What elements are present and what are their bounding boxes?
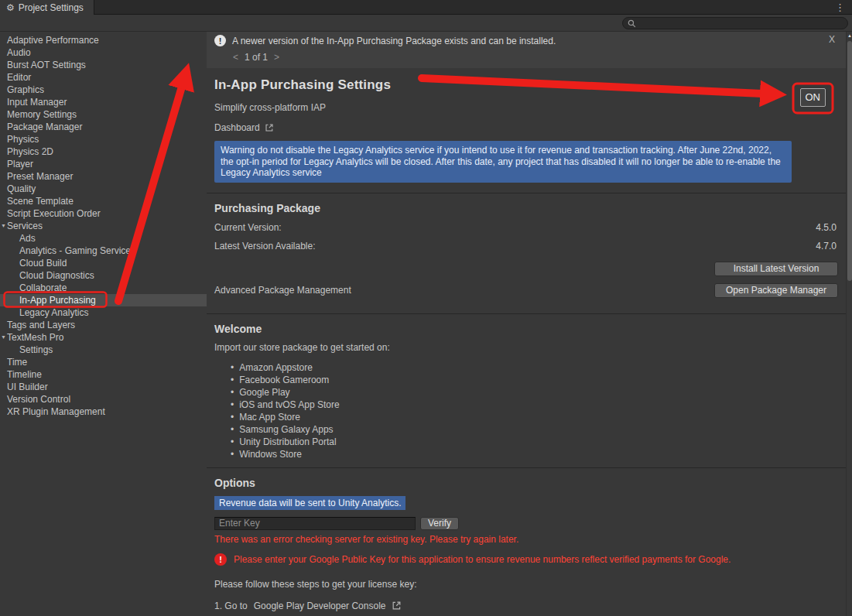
sidebar-item-in-app-purchasing[interactable]: In-App Purchasing bbox=[0, 294, 207, 306]
dashboard-link[interactable]: Dashboard bbox=[214, 122, 274, 133]
sidebar-item-label: Memory Settings bbox=[7, 109, 77, 120]
verify-button[interactable]: Verify bbox=[420, 517, 459, 530]
scrollbar-up-icon[interactable]: ▲ bbox=[847, 33, 852, 38]
options-heading: Options bbox=[214, 477, 838, 489]
vertical-scrollbar[interactable]: ▲ bbox=[846, 32, 852, 616]
search-field[interactable] bbox=[622, 17, 848, 29]
sidebar-item-xr-plugin-management[interactable]: XR Plugin Management bbox=[0, 406, 207, 418]
banner-next-button[interactable]: > bbox=[274, 52, 279, 63]
sidebar-item-package-manager[interactable]: Package Manager bbox=[0, 121, 207, 133]
store-label: Samsung Galaxy Apps bbox=[239, 424, 333, 435]
current-version-value: 4.5.0 bbox=[816, 222, 837, 233]
bullet-icon: • bbox=[231, 375, 234, 385]
project-settings-window: ⚙ Project Settings ⋮ Adaptive Performanc… bbox=[0, 0, 852, 616]
sidebar-item-quality[interactable]: Quality bbox=[0, 183, 207, 195]
sidebar-item-input-manager[interactable]: Input Manager bbox=[0, 96, 207, 108]
chevron-down-icon[interactable]: ▼ bbox=[1, 334, 6, 340]
advanced-package-management-label: Advanced Package Management bbox=[214, 285, 351, 296]
store-list: •Amazon Appstore •Facebook Gameroom •Goo… bbox=[214, 361, 838, 460]
sidebar-item-scene-template[interactable]: Scene Template bbox=[0, 195, 207, 207]
sidebar-item-label: Graphics bbox=[7, 84, 44, 95]
sidebar-item-timeline[interactable]: Timeline bbox=[0, 368, 207, 381]
sidebar-item-label: Scene Template bbox=[7, 196, 74, 207]
google-play-console-link[interactable]: Google Play Developer Console bbox=[254, 601, 386, 611]
sidebar-item-label: TextMesh Pro bbox=[7, 332, 63, 343]
search-input[interactable] bbox=[639, 19, 843, 28]
tab-project-settings[interactable]: ⚙ Project Settings bbox=[0, 0, 94, 15]
sidebar-item-label: Adaptive Performance bbox=[7, 35, 99, 46]
error-icon: ! bbox=[214, 553, 227, 566]
sidebar-item-version-control[interactable]: Version Control bbox=[0, 393, 207, 406]
bullet-icon: • bbox=[231, 362, 234, 373]
sidebar-item-label: Physics bbox=[7, 134, 39, 145]
store-label: Windows Store bbox=[239, 449, 302, 460]
bullet-icon: • bbox=[231, 412, 234, 423]
kebab-menu-icon[interactable]: ⋮ bbox=[832, 1, 848, 14]
sidebar-item-label: XR Plugin Management bbox=[7, 406, 105, 417]
store-label: Amazon Appstore bbox=[239, 362, 313, 373]
sidebar-item-memory-settings[interactable]: Memory Settings bbox=[0, 108, 207, 121]
sidebar-item-label: Tags and Layers bbox=[7, 320, 75, 330]
sidebar-item-adaptive-performance[interactable]: Adaptive Performance bbox=[0, 34, 207, 46]
close-icon[interactable]: X bbox=[829, 34, 835, 45]
legacy-analytics-warning: Warning do not disable the Legacy Analyt… bbox=[214, 141, 792, 183]
sidebar-item-editor[interactable]: Editor bbox=[0, 71, 207, 84]
simplify-iap-label: Simplify cross-platform IAP bbox=[214, 102, 838, 113]
gear-icon: ⚙ bbox=[6, 3, 15, 12]
sidebar-item-label: Physics 2D bbox=[7, 146, 53, 157]
sidebar-item-analytics-gaming-services[interactable]: Analytics - Gaming Services bbox=[0, 245, 207, 257]
sidebar-item-cloud-diagnostics[interactable]: Cloud Diagnostics bbox=[0, 269, 207, 282]
sidebar-item-cloud-build[interactable]: Cloud Build bbox=[0, 257, 207, 269]
sidebar-item-preset-manager[interactable]: Preset Manager bbox=[0, 170, 207, 183]
sidebar-item-label: In-App Purchasing bbox=[19, 295, 96, 306]
sidebar-item-audio[interactable]: Audio bbox=[0, 46, 207, 59]
sidebar-item-label: Preset Manager bbox=[7, 171, 73, 182]
sidebar-item-time[interactable]: Time bbox=[0, 356, 207, 368]
sidebar-item-label: Cloud Diagnostics bbox=[19, 270, 94, 281]
scrollbar-thumb[interactable] bbox=[847, 41, 852, 281]
banner-prev-button[interactable]: < bbox=[233, 52, 238, 63]
list-item: •Facebook Gameroom bbox=[214, 374, 838, 386]
sidebar-item-label: Audio bbox=[7, 47, 31, 58]
toolbar bbox=[0, 15, 852, 32]
sidebar-item-ads[interactable]: Ads bbox=[0, 232, 207, 245]
key-check-error-text: There was an error checking server for e… bbox=[214, 534, 838, 545]
store-label: Mac App Store bbox=[239, 412, 300, 423]
iap-toggle-on-button[interactable]: ON bbox=[800, 88, 826, 107]
sidebar-item-label: Timeline bbox=[7, 369, 42, 380]
banner-page-count: 1 of 1 bbox=[245, 52, 268, 63]
sidebar-item-legacy-analytics[interactable]: Legacy Analytics bbox=[0, 306, 207, 319]
sidebar-item-physics-2d[interactable]: Physics 2D bbox=[0, 145, 207, 158]
store-label: Google Play bbox=[239, 387, 289, 398]
sidebar-item-script-execution-order[interactable]: Script Execution Order bbox=[0, 207, 207, 220]
sidebar-item-label: Editor bbox=[7, 72, 31, 83]
sidebar-item-physics[interactable]: Physics bbox=[0, 133, 207, 145]
bullet-icon: • bbox=[231, 387, 234, 398]
exclaim-glyph: ! bbox=[219, 36, 222, 46]
page-title: In-App Purchasing Settings bbox=[214, 77, 838, 93]
chevron-down-icon[interactable]: ▼ bbox=[1, 223, 6, 228]
sidebar-item-ui-builder[interactable]: UI Builder bbox=[0, 381, 207, 393]
open-package-manager-button[interactable]: Open Package Manager bbox=[714, 283, 838, 298]
external-link-icon bbox=[392, 601, 402, 611]
sidebar-item-label: Services bbox=[7, 221, 43, 231]
sidebar-item-label: Cloud Build bbox=[19, 258, 67, 269]
sidebar-item-label: Legacy Analytics bbox=[19, 307, 88, 318]
sidebar-item-tags-and-layers[interactable]: Tags and Layers bbox=[0, 319, 207, 331]
welcome-intro: Import our store package to get started … bbox=[214, 342, 838, 353]
sidebar-item-burst-aot-settings[interactable]: Burst AOT Settings bbox=[0, 59, 207, 71]
sidebar-item-player[interactable]: Player bbox=[0, 158, 207, 170]
sidebar-item-services[interactable]: ▼Services bbox=[0, 220, 207, 232]
sidebar-item-collaborate[interactable]: Collaborate bbox=[0, 282, 207, 294]
list-item: •Amazon Appstore bbox=[214, 361, 838, 374]
analytics-revenue-notice: Revenue data will be sent to Unity Analy… bbox=[214, 496, 405, 510]
sidebar-item-textmesh-settings[interactable]: Settings bbox=[0, 344, 207, 356]
list-item: •Google Play bbox=[214, 386, 838, 399]
list-item: •Windows Store bbox=[214, 448, 838, 460]
install-latest-version-button[interactable]: Install Latest Version bbox=[714, 262, 838, 276]
divider bbox=[207, 313, 846, 314]
sidebar-item-graphics[interactable]: Graphics bbox=[0, 84, 207, 96]
google-public-key-input[interactable] bbox=[214, 517, 416, 530]
license-steps-intro: Please follow these steps to get your li… bbox=[214, 579, 838, 590]
sidebar-item-textmesh-pro[interactable]: ▼TextMesh Pro bbox=[0, 331, 207, 344]
